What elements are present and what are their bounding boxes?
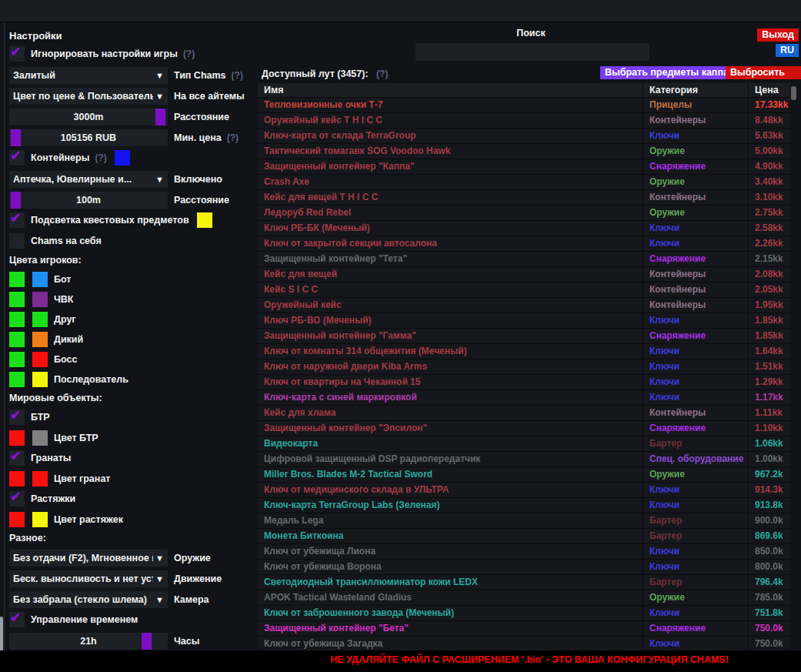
loot-table-row[interactable]: Тепловизионные очки Т-7Прицелы17.33kk bbox=[258, 98, 790, 113]
tripwires-label: Растяжки bbox=[31, 493, 75, 504]
player-color-swatch[interactable] bbox=[32, 372, 48, 387]
loot-table-row[interactable]: Miller Bros. Blades M-2 Tactical SwordОр… bbox=[258, 467, 790, 483]
slider-handle[interactable] bbox=[11, 129, 21, 146]
included-dropdown[interactable]: Аптечка, Ювелирные и... ▼ bbox=[9, 171, 168, 188]
loot-table-row[interactable]: Ледоруб Red RebelОружие2.75kk bbox=[258, 206, 790, 221]
player-color-swatch[interactable] bbox=[32, 332, 48, 347]
loot-table-row[interactable]: Ключ от наружной двери Kiba ArmsКлючи1.5… bbox=[258, 359, 790, 375]
column-header-price[interactable]: Цена bbox=[748, 83, 790, 97]
quest-highlight-color-swatch[interactable] bbox=[197, 212, 212, 228]
player-type-label: ЧВК bbox=[54, 294, 73, 305]
grenade-color-swatch[interactable] bbox=[9, 471, 25, 486]
loot-table-row[interactable]: Оружейный кейс T H I C CКонтейнеры8.48kk bbox=[258, 113, 790, 129]
tripwire-color-swatch[interactable] bbox=[9, 512, 25, 527]
loot-table-row[interactable]: ВидеокартаБартер1.06kk bbox=[258, 436, 790, 452]
loot-table-row[interactable]: Тактический томагавк SOG Voodoo HawkОруж… bbox=[258, 144, 790, 159]
item-name: Ключ от закрытой секции автосалона bbox=[258, 236, 642, 251]
loot-table-row[interactable]: Кейс для вещей T H I C CКонтейнеры3.10kk bbox=[258, 190, 790, 206]
item-category: Оружие bbox=[642, 175, 748, 189]
player-color-swatch[interactable] bbox=[32, 272, 48, 287]
loot-table-row[interactable]: Кейс S I C CКонтейнеры2.05kk bbox=[258, 283, 790, 298]
time-control-checkbox[interactable] bbox=[9, 612, 25, 627]
loot-table-row[interactable]: Ключ от закрытой секции автосалонаКлючи2… bbox=[258, 236, 790, 252]
btr-color2-swatch[interactable] bbox=[32, 430, 48, 446]
camera-dropdown[interactable]: Без забрала (стекло шлема) ▼ bbox=[9, 591, 168, 608]
loot-table-row[interactable]: Ключ-карта от склада TerraGroupКлючи5.63… bbox=[258, 129, 790, 144]
discard-all-button[interactable]: Выбросить все bbox=[726, 66, 801, 79]
loot-table-row[interactable]: Ключ от комнаты 314 общежития (Меченый)К… bbox=[258, 344, 790, 359]
player-visible-color-swatch[interactable] bbox=[9, 312, 25, 327]
item-name: Ключ от медицинского склада в УЛЬТРА bbox=[258, 483, 642, 497]
slider-handle[interactable] bbox=[11, 192, 21, 209]
loot-table-row[interactable]: Оружейный кейсКонтейнеры1.95kk bbox=[258, 298, 790, 313]
loot-table-row[interactable]: Защищенный контейнер "Гамма"Снаряжение1.… bbox=[258, 329, 790, 344]
loot-table-row[interactable]: Ключ от убежища ЛионаКлючи850.0k bbox=[258, 544, 790, 560]
player-visible-color-swatch[interactable] bbox=[9, 332, 25, 347]
loot-table-row[interactable]: Crash AxeОружие3.40kk bbox=[258, 175, 790, 190]
item-category: Контейнеры bbox=[642, 298, 748, 313]
loot-table-row[interactable]: Ключ РБ-ВО (Меченый)Ключи1.85kk bbox=[258, 313, 790, 329]
item-name: Тепловизионные очки Т-7 bbox=[258, 98, 642, 112]
item-category: Контейнеры bbox=[642, 113, 748, 128]
loot-table-row[interactable]: Защищенный контейнер "Каппа"Снаряжение4.… bbox=[258, 159, 790, 175]
loot-table-row[interactable]: Ключ от заброшенного завода (Меченый)Клю… bbox=[258, 606, 790, 621]
weapon-dropdown[interactable]: Без отдачи (F2), Мгновенное пр ▼ bbox=[9, 550, 168, 567]
loot-table-scrollbar[interactable] bbox=[791, 86, 796, 100]
search-label: Поиск bbox=[416, 28, 646, 38]
column-header-name[interactable]: Имя bbox=[258, 83, 642, 97]
loot-table-row[interactable]: Ключ от убежища ВоронаКлючи800.0k bbox=[258, 560, 790, 575]
grenades-checkbox[interactable] bbox=[9, 450, 25, 466]
language-button[interactable]: RU bbox=[776, 44, 799, 57]
min-price-slider[interactable]: 105156 RUB bbox=[9, 129, 168, 146]
btr-color-swatch[interactable] bbox=[9, 430, 25, 446]
containers-checkbox[interactable] bbox=[9, 150, 25, 165]
loot-table-row[interactable]: Защищенный контейнер "Тета"Снаряжение2.1… bbox=[258, 252, 790, 267]
select-kappa-items-button[interactable]: Выбрать предметы каппа bbox=[600, 66, 733, 79]
all-items-dropdown[interactable]: Цвет по цене & Пользовательс ▼ bbox=[9, 88, 168, 105]
grenade-color2-swatch[interactable] bbox=[32, 471, 48, 486]
player-visible-color-swatch[interactable] bbox=[9, 372, 25, 387]
loot-table-row[interactable]: Ключ-карта с синей маркировкойКлючи1.17k… bbox=[258, 390, 790, 406]
containers-color-swatch[interactable] bbox=[115, 150, 130, 165]
player-visible-color-swatch[interactable] bbox=[9, 352, 25, 367]
item-name: Ключ от квартиры на Чеканной 15 bbox=[258, 375, 642, 389]
loot-table-row[interactable]: Ключ от квартиры на Чеканной 15Ключи1.29… bbox=[258, 375, 790, 390]
ignore-game-settings-checkbox[interactable] bbox=[9, 46, 25, 62]
tripwires-checkbox[interactable] bbox=[9, 491, 25, 507]
container-distance-slider[interactable]: 100m bbox=[9, 192, 168, 209]
tripwire-color2-swatch[interactable] bbox=[32, 512, 48, 527]
loot-table-row[interactable]: Светодиодный трансиллюминатор кожи LEDXБ… bbox=[258, 575, 790, 590]
slider-handle[interactable] bbox=[155, 109, 165, 125]
loot-table-row[interactable]: Защищенный контейнер "Эпсилон"Снаряжение… bbox=[258, 421, 790, 436]
loot-table-row[interactable]: Монета БиткоинаБартер869.6k bbox=[258, 529, 790, 544]
hours-slider[interactable]: 21h bbox=[9, 633, 168, 650]
quest-highlight-checkbox[interactable] bbox=[9, 212, 25, 228]
loot-table-row[interactable]: Защищенный контейнер "Бета"Снаряжение750… bbox=[258, 621, 790, 637]
exit-button[interactable]: Выход bbox=[757, 28, 799, 42]
loot-table-row[interactable]: Цифровой защищенный DSP радиопередатчикС… bbox=[258, 452, 790, 467]
cham-type-dropdown[interactable]: Залитый ▼ bbox=[9, 67, 168, 84]
player-visible-color-swatch[interactable] bbox=[9, 292, 25, 307]
player-visible-color-swatch[interactable] bbox=[9, 272, 25, 287]
btr-checkbox[interactable] bbox=[9, 410, 25, 425]
chevron-down-icon: ▼ bbox=[155, 92, 164, 101]
loot-table-row[interactable]: Ключ-карта TerraGroup Labs (Зеленая)Ключ… bbox=[258, 498, 790, 513]
distance-slider[interactable]: 3000m bbox=[9, 109, 168, 125]
player-color-swatch[interactable] bbox=[32, 352, 48, 367]
loot-table-row[interactable]: Ключ от убежища ЗагадкаКлючи750.0k bbox=[258, 637, 790, 650]
loot-table-row[interactable]: Ключ от медицинского склада в УЛЬТРАКлюч… bbox=[258, 483, 790, 498]
column-header-category[interactable]: Категория bbox=[642, 83, 748, 97]
loot-table-row[interactable]: Кейс для вещейКонтейнеры2.08kk bbox=[258, 267, 790, 283]
player-color-row: ЧВК bbox=[9, 292, 254, 307]
item-price: 800.0k bbox=[748, 560, 790, 574]
player-color-swatch[interactable] bbox=[32, 312, 48, 327]
player-color-swatch[interactable] bbox=[32, 292, 48, 307]
slider-handle[interactable] bbox=[142, 633, 152, 650]
movement-dropdown[interactable]: Беск. выносливость и нет устал ▼ bbox=[9, 570, 168, 587]
self-chams-checkbox[interactable] bbox=[9, 233, 25, 249]
loot-table-row[interactable]: Медаль LegaБартер900.0k bbox=[258, 513, 790, 529]
loot-table-row[interactable]: APOK Tactical Wasteland GladiusОружие785… bbox=[258, 590, 790, 606]
loot-table-row[interactable]: Кейс для хламаКонтейнеры1.11kk bbox=[258, 406, 790, 421]
loot-table-row[interactable]: Ключ РБ-БК (Меченый)Ключи2.58kk bbox=[258, 221, 790, 236]
search-input[interactable] bbox=[416, 43, 649, 61]
